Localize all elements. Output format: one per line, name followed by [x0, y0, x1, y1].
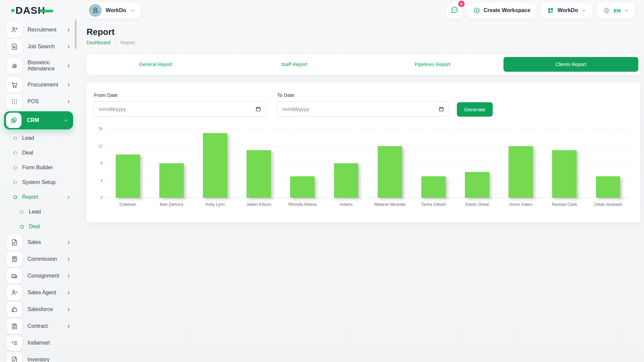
- generate-button[interactable]: Generate: [457, 102, 493, 117]
- sidebar-item-label: Inventory: [28, 357, 71, 362]
- document-search-icon: [7, 39, 22, 54]
- grid-plus-icon: [547, 7, 554, 14]
- sidebar-item-salesforce[interactable]: Salesforce: [0, 301, 77, 318]
- to-date-label: To Date: [277, 92, 449, 98]
- chevron-right-icon: [66, 324, 71, 329]
- chart-x-label: Rhonda Molina: [281, 202, 324, 207]
- sidebar-item-label: Form Builder: [22, 165, 71, 171]
- sidebar-item-commission[interactable]: Commission: [0, 251, 77, 267]
- messages-button[interactable]: 0: [446, 2, 463, 18]
- chart-x-label: Tasha Gilliam: [412, 202, 455, 207]
- cart-icon: [7, 77, 22, 93]
- report-filters: From Date To Date Generate: [94, 92, 630, 117]
- main-area: WorkDo 0 Create Workspace WorkDo: [77, 0, 644, 362]
- breadcrumb-dashboard-link[interactable]: Dashboard: [87, 40, 110, 45]
- sidebar-scrollbar[interactable]: [75, 19, 76, 49]
- workspace-switcher[interactable]: WorkDo: [87, 2, 141, 18]
- sidebar-subitem-system-setup[interactable]: System Setup: [0, 175, 77, 190]
- tab-staff-report[interactable]: Staff Report: [225, 54, 364, 75]
- workspace-avatar: [89, 4, 102, 17]
- language-selector[interactable]: EN: [597, 2, 635, 18]
- app-logo[interactable]: DASH: [0, 0, 77, 21]
- chart-x-axis-labels: ColemanBert ZamoraKelly LynnJaden Elliso…: [106, 202, 630, 207]
- sidebar-subitem-lead[interactable]: Lead: [0, 131, 77, 145]
- tab-pipelines-report[interactable]: Pipelines Report: [363, 54, 502, 75]
- chevron-right-icon: [66, 44, 71, 49]
- chart-bar-column: [237, 129, 281, 198]
- to-date-input[interactable]: [277, 101, 449, 117]
- chevron-right-icon: [66, 99, 71, 104]
- sidebar-item-label: Salesforce: [28, 306, 66, 312]
- crm-icon: [6, 113, 21, 128]
- sidebar-item-consignment[interactable]: Consignment: [0, 267, 77, 284]
- workdo-apps-menu[interactable]: WorkDo: [541, 2, 592, 18]
- bar-rhonda-molina: [290, 176, 315, 198]
- sidebar-subitem-deal[interactable]: Deal: [0, 145, 77, 160]
- globe-icon: [603, 7, 610, 14]
- create-workspace-button[interactable]: Create Workspace: [467, 2, 536, 18]
- sidebar-item-pos[interactable]: POS: [0, 93, 77, 110]
- from-date-field: From Date: [94, 92, 266, 117]
- sidebar-item-label: Report: [22, 194, 66, 200]
- file-icon: [7, 235, 22, 250]
- sidebar: DASH RecruitmentJob SearchBiometric Atte…: [0, 0, 77, 362]
- chart-bar-column: [150, 129, 193, 198]
- sidebar-item-sales-agent[interactable]: Sales Agent: [0, 284, 77, 301]
- chart-y-tick-label: 8: [94, 161, 103, 166]
- sidebar-item-recruitment[interactable]: Recruitment: [0, 21, 77, 38]
- sidebar-item-label: Lead: [22, 135, 71, 141]
- chart-x-label: Melanie Miranda: [368, 202, 412, 207]
- bar-zelda-alvarado: [596, 176, 621, 198]
- sidebar-subitem-report[interactable]: Report: [0, 190, 77, 204]
- chevron-down-icon: [130, 8, 135, 13]
- bar-tasha-gilliam: [421, 176, 446, 198]
- chart-bar-column: [106, 129, 150, 198]
- chart-bar-column: [455, 129, 499, 198]
- chart-bar-column: [324, 129, 368, 198]
- chart-bar-column: [586, 129, 630, 198]
- sidebar-item-procurement[interactable]: Procurement: [0, 76, 77, 93]
- sidebar-item-sales[interactable]: Sales: [0, 234, 77, 251]
- chart-bar-column: [368, 129, 412, 198]
- from-date-input[interactable]: [94, 101, 266, 117]
- sidebar-item-label: Sales Agent: [28, 290, 66, 296]
- bullet-icon: [20, 210, 24, 214]
- chevron-right-icon: [66, 82, 71, 87]
- chevron-down-icon: [581, 8, 586, 13]
- sidebar-item-crm[interactable]: CRM: [4, 111, 73, 129]
- page-title: Report: [87, 27, 640, 37]
- chart-bars: [106, 129, 630, 198]
- chart-y-tick-label: 0: [94, 195, 103, 200]
- sidebar-item-job-search[interactable]: Job Search: [0, 38, 77, 55]
- calendar-icon[interactable]: [438, 106, 444, 112]
- sidebar-item-biometric-attendance[interactable]: Biometric Attendance: [0, 55, 77, 76]
- breadcrumb: Dashboard Report: [87, 40, 640, 45]
- chart-x-label: Bert Zamora: [150, 202, 193, 207]
- tab-clients-report-wrap: Clients Report: [502, 54, 640, 75]
- tab-general-report[interactable]: General Report: [87, 54, 225, 75]
- bar-coleman: [116, 155, 140, 198]
- bar-adams: [334, 163, 359, 198]
- sidebar-item-label: Lead: [29, 209, 71, 215]
- sidebar-subitem-lead[interactable]: Lead: [0, 204, 77, 219]
- chevron-right-icon: [66, 27, 71, 33]
- chart-x-label: Coleman: [106, 202, 150, 207]
- breadcrumb-current: Report: [120, 40, 135, 45]
- sidebar-item-label: Procurement: [28, 82, 66, 88]
- chart-y-tick-label: 12: [94, 144, 103, 148]
- truck-icon: [7, 268, 22, 284]
- language-label: EN: [613, 8, 621, 13]
- sidebar-subitem-deal[interactable]: Deal: [0, 219, 77, 234]
- tab-clients-report[interactable]: Clients Report: [503, 57, 639, 72]
- bullet-icon: [13, 181, 17, 184]
- sidebar-item-inventory[interactable]: Inventory: [0, 351, 77, 362]
- sidebar-subitem-form-builder[interactable]: Form Builder: [0, 160, 77, 175]
- user-plus-icon: [7, 22, 22, 38]
- calendar-icon[interactable]: [255, 106, 261, 112]
- sidebar-item-label: Deal: [29, 224, 71, 230]
- sidebar-item-contract[interactable]: Contract: [0, 318, 77, 335]
- chevron-right-icon: [66, 240, 71, 245]
- sidebar-item-indiamart[interactable]: Indiamart: [0, 335, 77, 351]
- to-date-field: To Date: [277, 92, 449, 117]
- bar-jaden-ellison: [247, 150, 271, 198]
